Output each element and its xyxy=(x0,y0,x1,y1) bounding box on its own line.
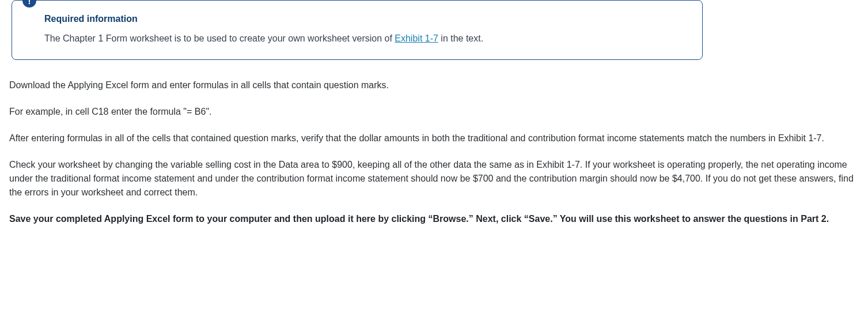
instruction-paragraph: After entering formulas in all of the ce… xyxy=(9,131,859,145)
alert-icon: ! xyxy=(22,0,36,7)
required-info-title: Required information xyxy=(44,12,688,26)
info-body-pre: The Chapter 1 Form worksheet is to be us… xyxy=(44,33,395,43)
instructions-content: Download the Applying Excel form and ent… xyxy=(9,78,859,226)
instruction-paragraph: Download the Applying Excel form and ent… xyxy=(9,78,859,92)
instruction-paragraph: For example, in cell C18 enter the formu… xyxy=(9,105,859,119)
alert-icon-glyph: ! xyxy=(28,0,31,5)
instruction-paragraph-bold: Save your completed Applying Excel form … xyxy=(9,212,859,226)
required-info-box: ! Required information The Chapter 1 For… xyxy=(12,0,703,60)
required-info-body: The Chapter 1 Form worksheet is to be us… xyxy=(44,32,688,46)
info-body-post: in the text. xyxy=(438,33,483,43)
instruction-paragraph: Check your worksheet by changing the var… xyxy=(9,158,859,199)
exhibit-link[interactable]: Exhibit 1-7 xyxy=(395,33,438,43)
